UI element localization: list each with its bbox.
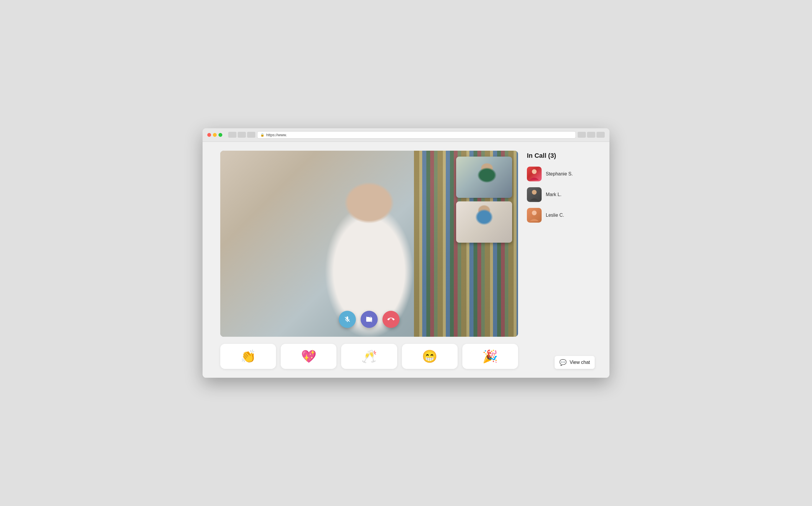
browser-toolbar: 🔒 https://www.: [228, 131, 605, 139]
participant-name-stephanie: Stephanie S.: [546, 171, 573, 177]
browser-content: 👏 💖 🥂 😁 🎉 In Call (3): [202, 142, 610, 378]
main-video-container: [220, 151, 518, 337]
emoji-smile[interactable]: 😁: [402, 344, 458, 369]
emoji-clap[interactable]: 👏: [220, 344, 276, 369]
refresh-button[interactable]: [247, 132, 255, 138]
emoji-reactions: 👏 💖 🥂 😁 🎉: [220, 344, 518, 369]
participant-name-mark: Mark L.: [546, 192, 561, 197]
browser-titlebar: 🔒 https://www.: [202, 128, 610, 142]
traffic-lights: [207, 133, 222, 137]
emoji-heart[interactable]: 💖: [281, 344, 337, 369]
pip-video-mark: [456, 201, 512, 243]
nav-buttons: [228, 132, 255, 138]
pip-videos: [456, 157, 512, 243]
participant-item-leslie: Leslie C.: [527, 208, 592, 223]
avatar-mark: [527, 187, 542, 202]
emoji-champagne[interactable]: 🥂: [341, 344, 397, 369]
participant-list: Stephanie S. Mark L.: [527, 167, 592, 223]
browser-window: 🔒 https://www.: [202, 128, 610, 378]
video-toggle-button[interactable]: [361, 311, 378, 328]
video-section: 👏 💖 🥂 😁 🎉: [220, 151, 518, 369]
svg-point-2: [532, 169, 537, 174]
svg-point-4: [532, 210, 537, 215]
window-controls: [577, 132, 605, 138]
maximize-button[interactable]: [218, 133, 222, 137]
url-text: https://www.: [266, 133, 287, 137]
sidebar: In Call (3) Stephanie S.: [527, 151, 592, 223]
participant-item-mark: Mark L.: [527, 187, 592, 202]
pip-video-stephanie: [456, 157, 512, 198]
incall-title: In Call (3): [527, 151, 592, 160]
participant-item-stephanie: Stephanie S.: [527, 167, 592, 181]
participant-name-leslie: Leslie C.: [546, 213, 564, 218]
avatar-stephanie: [527, 167, 542, 181]
hangup-button[interactable]: [382, 311, 399, 328]
lock-icon: 🔒: [260, 133, 264, 137]
win-ctrl-3[interactable]: [597, 132, 605, 138]
avatar-leslie: [527, 208, 542, 223]
address-bar[interactable]: 🔒 https://www.: [257, 131, 576, 139]
call-controls: [339, 311, 399, 328]
view-chat-label: View chat: [570, 360, 590, 365]
emoji-party[interactable]: 🎉: [462, 344, 518, 369]
win-ctrl-2[interactable]: [587, 132, 595, 138]
back-button[interactable]: [228, 132, 237, 138]
view-chat-button[interactable]: 💬 View chat: [555, 356, 595, 369]
forward-button[interactable]: [238, 132, 246, 138]
win-ctrl-1[interactable]: [577, 132, 586, 138]
minimize-button[interactable]: [213, 133, 217, 137]
svg-point-3: [532, 190, 537, 195]
close-button[interactable]: [207, 133, 211, 137]
chat-icon: 💬: [559, 359, 567, 366]
mute-button[interactable]: [339, 311, 356, 328]
browser-content-wrapper: 👏 💖 🥂 😁 🎉 In Call (3): [202, 142, 610, 378]
